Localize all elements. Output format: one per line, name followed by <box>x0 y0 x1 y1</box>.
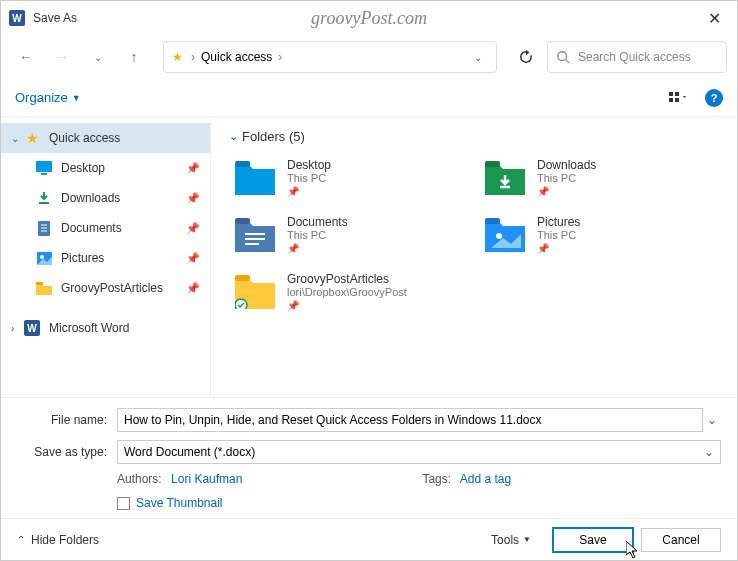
navigation-pane: ⌄ ★ Quick access Desktop 📌 Downloads 📌 D… <box>1 117 211 397</box>
chevron-right-icon: › <box>278 50 282 64</box>
svg-point-28 <box>235 299 247 309</box>
chevron-up-icon: ⌃ <box>17 534 25 545</box>
address-bar[interactable]: ★ › Quick access › ⌄ <box>163 41 497 73</box>
pin-icon: 📌 <box>186 162 200 175</box>
sidebar-item-groovypost[interactable]: GroovyPostArticles 📌 <box>1 273 210 303</box>
pin-icon: 📌 <box>186 282 200 295</box>
desktop-folder-icon <box>233 159 277 197</box>
view-options-button[interactable] <box>669 90 691 106</box>
dialog-footer: ⌃ Hide Folders Tools ▼ Save Cancel <box>1 518 737 560</box>
sidebar-microsoft-word[interactable]: › W Microsoft Word <box>1 313 210 343</box>
folder-icon <box>35 282 53 295</box>
svg-rect-7 <box>41 173 47 175</box>
savetype-combo[interactable]: Word Document (*.docx) ⌄ <box>117 440 721 464</box>
word-icon: W <box>23 320 41 336</box>
svg-rect-21 <box>235 218 250 224</box>
svg-rect-19 <box>485 161 500 167</box>
window-title: Save As <box>33 11 77 25</box>
chevron-down-icon: ⌄ <box>229 130 238 143</box>
save-button[interactable]: Save <box>553 528 633 552</box>
back-button[interactable]: ← <box>11 42 41 72</box>
watermark-text: groovyPost.com <box>311 8 427 29</box>
folder-pictures[interactable]: PicturesThis PC📌 <box>479 211 709 258</box>
folder-desktop[interactable]: DesktopThis PC📌 <box>229 154 459 201</box>
sidebar-item-documents[interactable]: Documents 📌 <box>1 213 210 243</box>
authors-label: Authors: <box>117 472 162 486</box>
pin-icon: 📌 <box>186 222 200 235</box>
cancel-button[interactable]: Cancel <box>641 528 721 552</box>
breadcrumb-label: Quick access <box>201 50 272 64</box>
pin-icon: 📌 <box>537 243 580 254</box>
pictures-icon <box>35 252 53 265</box>
forward-button[interactable]: → <box>47 42 77 72</box>
documents-folder-icon <box>233 216 277 254</box>
search-placeholder: Search Quick access <box>578 50 691 64</box>
downloads-folder-icon <box>483 159 527 197</box>
chevron-down-icon: ⌄ <box>704 445 714 459</box>
svg-line-1 <box>566 60 570 64</box>
hide-folders-button[interactable]: ⌃ Hide Folders <box>17 533 99 547</box>
filename-input[interactable] <box>117 408 703 432</box>
pin-icon: 📌 <box>537 186 596 197</box>
sidebar-quick-access[interactable]: ⌄ ★ Quick access <box>1 123 210 153</box>
tools-menu[interactable]: Tools ▼ <box>491 533 531 547</box>
sidebar-item-desktop[interactable]: Desktop 📌 <box>1 153 210 183</box>
tags-label: Tags: <box>422 472 451 486</box>
cursor-icon <box>626 541 640 559</box>
folders-group-header[interactable]: ⌄ Folders (5) <box>229 129 719 144</box>
help-button[interactable]: ? <box>705 89 723 107</box>
file-content-area: ⌄ Folders (5) DesktopThis PC📌 DownloadsT… <box>211 117 737 397</box>
organize-menu[interactable]: Organize ▼ <box>15 90 81 105</box>
desktop-icon <box>35 161 53 175</box>
pin-icon: 📌 <box>186 252 200 265</box>
generic-folder-icon <box>233 273 277 311</box>
chevron-right-icon: › <box>191 50 195 64</box>
search-box[interactable]: Search Quick access <box>547 41 727 73</box>
refresh-button[interactable] <box>511 42 541 72</box>
filename-dropdown[interactable]: ⌄ <box>703 413 721 427</box>
svg-text:W: W <box>27 323 37 334</box>
svg-point-14 <box>40 255 44 259</box>
svg-rect-3 <box>675 92 679 96</box>
star-icon: ★ <box>23 130 41 146</box>
pictures-folder-icon <box>483 216 527 254</box>
save-as-dialog: W Save As groovyPost.com ✕ ← → ⌄ ↑ ★ › Q… <box>0 0 738 561</box>
chevron-down-icon: ▼ <box>523 535 531 544</box>
pin-icon: 📌 <box>287 243 348 254</box>
navigation-bar: ← → ⌄ ↑ ★ › Quick access › ⌄ Search Quic… <box>1 35 737 79</box>
svg-rect-6 <box>36 161 52 172</box>
svg-point-0 <box>558 52 567 61</box>
pin-icon: 📌 <box>186 192 200 205</box>
sidebar-item-pictures[interactable]: Pictures 📌 <box>1 243 210 273</box>
up-button[interactable]: ↑ <box>119 42 149 72</box>
document-icon <box>35 221 53 236</box>
svg-rect-15 <box>36 282 43 285</box>
sidebar-item-downloads[interactable]: Downloads 📌 <box>1 183 210 213</box>
folder-downloads[interactable]: DownloadsThis PC📌 <box>479 154 709 201</box>
chevron-right-icon: › <box>11 323 23 334</box>
authors-value[interactable]: Lori Kaufman <box>171 472 242 486</box>
pin-icon: 📌 <box>287 186 331 197</box>
svg-rect-5 <box>675 98 679 102</box>
save-thumbnail-checkbox[interactable] <box>117 497 130 510</box>
savetype-label: Save as type: <box>17 445 117 459</box>
breadcrumb-dropdown[interactable]: ⌄ <box>468 52 488 63</box>
titlebar: W Save As groovyPost.com ✕ <box>1 1 737 35</box>
main-area: ⌄ ★ Quick access Desktop 📌 Downloads 📌 D… <box>1 117 737 397</box>
chevron-down-icon: ▼ <box>72 93 81 103</box>
filename-label: File name: <box>17 413 117 427</box>
close-button[interactable]: ✕ <box>700 9 729 28</box>
svg-rect-4 <box>669 98 673 102</box>
folder-documents[interactable]: DocumentsThis PC📌 <box>229 211 459 258</box>
tags-value[interactable]: Add a tag <box>460 472 511 486</box>
recent-dropdown[interactable]: ⌄ <box>83 42 113 72</box>
star-icon: ★ <box>172 50 183 64</box>
pin-icon: 📌 <box>287 300 407 311</box>
folder-groovypost[interactable]: GroovyPostArticleslori\Dropbox\GroovyPos… <box>229 268 459 315</box>
svg-rect-27 <box>235 275 250 281</box>
svg-point-26 <box>496 233 502 239</box>
svg-rect-18 <box>235 161 250 167</box>
chevron-down-icon: ⌄ <box>11 133 23 144</box>
save-form: File name: ⌄ Save as type: Word Document… <box>1 397 737 518</box>
save-thumbnail-label: Save Thumbnail <box>136 496 223 510</box>
